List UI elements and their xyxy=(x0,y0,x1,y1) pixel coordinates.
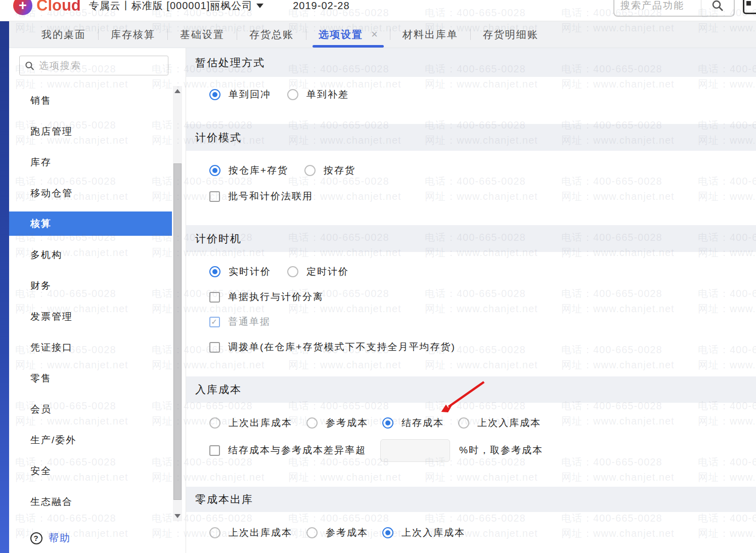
radio-option-balance-cost[interactable]: 结存成本 xyxy=(382,416,444,430)
pricing-mode-options: 按仓库+存货 按存货 xyxy=(209,160,355,181)
radio-option[interactable]: 参考成本 xyxy=(306,526,368,539)
section-header-inbound-cost: 入库成本 xyxy=(186,376,756,403)
checkbox-option[interactable]: 结存成本与参考成本差异率超 xyxy=(209,444,366,457)
company-name: 专属云丨标准版 [000001]丽枫公司 xyxy=(89,0,252,13)
checkbox-icon[interactable] xyxy=(209,342,220,353)
radio-icon[interactable] xyxy=(304,165,316,176)
help-link[interactable]: ? 帮助 xyxy=(30,531,71,545)
tab-my-desktop[interactable]: 我的桌面 xyxy=(29,21,98,48)
radio-icon[interactable] xyxy=(287,266,298,277)
scroll-down-arrow-icon[interactable] xyxy=(173,512,182,520)
radio-icon[interactable] xyxy=(382,417,393,429)
sidebar-category-list: 销售 跑店管理 库存 移动仓管 核算 多机构 财务 发票管理 凭证接口 零售 会… xyxy=(9,85,172,517)
question-mark-icon: ? xyxy=(30,532,42,544)
batch-pricing-link-row: 批号和计价法联用 xyxy=(209,186,313,206)
estimate-handling-options: 单到回冲 单到补差 xyxy=(209,84,349,105)
radio-option[interactable]: 按存货 xyxy=(304,164,355,177)
section-header-pricing-mode: 计价模式 xyxy=(186,124,756,151)
tab-bar: 我的桌面 库存核算 基础设置 存货总账 选项设置 × 材料出库单 存货明细账 xyxy=(9,21,756,48)
sidebar-item-security[interactable]: 安全 xyxy=(9,455,172,486)
sidebar-item-eco-integration[interactable]: 生态融合 xyxy=(9,486,172,517)
radio-icon[interactable] xyxy=(209,165,220,176)
radio-option[interactable]: 单到回冲 xyxy=(209,88,271,101)
top-header-bar: Cloud 专属云丨标准版 [000001]丽枫公司 2019-02-28 xyxy=(0,0,756,21)
pricing-timing-options: 实时计价 定时计价 xyxy=(209,262,349,282)
doc-exec-pricing-separate-row: 单据执行与计价分离 xyxy=(209,287,324,307)
sidebar-item-sales[interactable]: 销售 xyxy=(9,85,172,116)
checkbox-icon[interactable] xyxy=(209,191,220,202)
radio-icon[interactable] xyxy=(209,527,220,538)
sidebar-item-production-outsourcing[interactable]: 生产/委外 xyxy=(9,424,172,455)
search-button[interactable] xyxy=(701,0,734,16)
sidebar-item-membership[interactable]: 会员 xyxy=(9,394,172,424)
sidebar-item-voucher-interface[interactable]: 凭证接口 xyxy=(9,332,172,363)
sidebar-item-finance[interactable]: 财务 xyxy=(9,270,172,301)
radio-option[interactable]: 定时计价 xyxy=(287,265,349,278)
checkbox-option[interactable]: 调拨单(在仓库+存货模式下不支持全月平均存货) xyxy=(209,341,456,354)
scrollbar-thumb[interactable] xyxy=(173,163,182,500)
section-header-pricing-timing: 计价时机 xyxy=(186,225,756,252)
checkbox-option[interactable]: 单据执行与计价分离 xyxy=(209,290,324,304)
radio-option[interactable]: 单到补差 xyxy=(287,88,349,101)
inbound-cost-options: 上次出库成本 参考成本 结存成本 上次入库成本 xyxy=(209,413,541,433)
chevron-down-icon xyxy=(256,4,263,8)
normal-doc-row: 普通单据 xyxy=(209,312,271,332)
section-header-estimate-handling: 暂估处理方式 xyxy=(186,48,756,77)
transfer-doc-row: 调拨单(在仓库+存货模式下不支持全月平均存货) xyxy=(209,337,456,357)
chanjet-logo-icon xyxy=(13,0,32,15)
radio-icon[interactable] xyxy=(306,417,318,429)
options-sidebar: 销售 跑店管理 库存 移动仓管 核算 多机构 财务 发票管理 凭证接口 零售 会… xyxy=(9,48,186,553)
radio-icon[interactable] xyxy=(209,266,220,277)
radio-icon[interactable] xyxy=(209,417,220,429)
tab-material-issue-doc[interactable]: 材料出库单 xyxy=(390,21,470,48)
sidebar-item-invoice-mgmt[interactable]: 发票管理 xyxy=(9,301,172,332)
left-nav-strip xyxy=(0,21,9,553)
radio-icon[interactable] xyxy=(287,89,298,100)
option-search-box[interactable] xyxy=(19,56,168,75)
app-grid-icon[interactable] xyxy=(743,0,756,14)
radio-option[interactable]: 按仓库+存货 xyxy=(209,164,288,177)
tab-stock-ledger[interactable]: 存货总账 xyxy=(237,21,306,48)
radio-icon[interactable] xyxy=(306,527,318,538)
threshold-input[interactable] xyxy=(380,439,450,462)
scroll-up-arrow-icon[interactable] xyxy=(173,87,182,95)
cost-diff-threshold-row: 结存成本与参考成本差异率超 %时，取参考成本 xyxy=(209,439,543,462)
checkbox-icon[interactable] xyxy=(209,445,220,456)
sidebar-item-retail[interactable]: 零售 xyxy=(9,363,172,394)
checkbox-checked-icon xyxy=(209,317,220,327)
zero-cost-issue-options: 上次出库成本 参考成本 上次入库成本 xyxy=(209,523,465,543)
tab-stock-detail-ledger[interactable]: 存货明细账 xyxy=(471,21,551,48)
close-tab-icon[interactable]: × xyxy=(371,28,378,41)
tab-basic-settings[interactable]: 基础设置 xyxy=(168,21,237,48)
search-icon xyxy=(711,0,724,12)
checkbox-option[interactable]: 批号和计价法联用 xyxy=(209,190,313,203)
company-selector[interactable]: 专属云丨标准版 [000001]丽枫公司 xyxy=(89,0,263,13)
radio-option[interactable]: 上次入库成本 xyxy=(382,526,465,539)
radio-icon[interactable] xyxy=(382,527,393,538)
tab-inventory-accounting[interactable]: 库存核算 xyxy=(99,21,167,48)
radio-option[interactable]: 上次入库成本 xyxy=(458,416,541,430)
sidebar-item-store-mgmt[interactable]: 跑店管理 xyxy=(9,116,172,147)
sidebar-scrollbar[interactable] xyxy=(173,86,182,521)
option-search-input[interactable] xyxy=(39,60,163,71)
checkbox-icon[interactable] xyxy=(209,292,220,303)
global-search-input[interactable] xyxy=(620,0,701,11)
section-header-zero-cost-issue: 零成本出库 xyxy=(186,487,756,512)
threshold-suffix-label: %时，取参考成本 xyxy=(459,444,543,457)
radio-option[interactable]: 上次出库成本 xyxy=(209,526,292,539)
sidebar-item-mobile-warehouse[interactable]: 移动仓管 xyxy=(9,178,172,208)
logo-text: Cloud xyxy=(36,0,81,15)
sidebar-item-accounting[interactable]: 核算 xyxy=(9,211,172,236)
global-search-box[interactable] xyxy=(613,0,735,17)
tab-option-settings[interactable]: 选项设置 × xyxy=(306,21,390,48)
search-icon xyxy=(25,61,34,71)
radio-option[interactable]: 上次出库成本 xyxy=(209,416,292,430)
radio-icon[interactable] xyxy=(458,417,469,429)
radio-option[interactable]: 实时计价 xyxy=(209,265,271,278)
sidebar-item-multi-org[interactable]: 多机构 xyxy=(9,239,172,270)
sidebar-item-inventory[interactable]: 库存 xyxy=(9,147,172,178)
help-label: 帮助 xyxy=(49,531,71,545)
radio-icon[interactable] xyxy=(209,89,220,100)
radio-option[interactable]: 参考成本 xyxy=(306,416,368,430)
checkbox-option-disabled: 普通单据 xyxy=(209,315,271,328)
